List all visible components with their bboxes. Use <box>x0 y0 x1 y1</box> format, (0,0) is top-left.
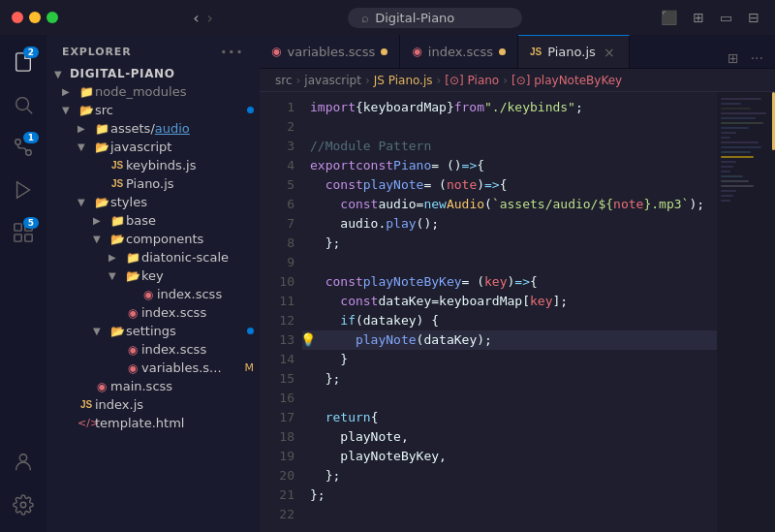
piano-js-close-button[interactable]: × <box>602 45 617 60</box>
tab-bar: ◉ variables.scss ◉ index.scss JS Piano.j… <box>260 35 775 69</box>
search-bar[interactable]: ⌕ Digital-Piano <box>348 8 522 28</box>
tab-index-scss[interactable]: ◉ index.scss <box>400 35 518 68</box>
code-editor: 12345 678910 1112131415 1617181920 2122 … <box>260 92 775 532</box>
breadcrumb-src: src <box>275 74 293 87</box>
code-line-8: }; <box>302 234 717 253</box>
activity-bar-bottom <box>4 443 43 524</box>
sidebar-item-key-index[interactable]: ◉ index.scss <box>46 285 260 303</box>
titlebar-actions: ⬛ ⊞ ▭ ⊟ <box>657 8 763 27</box>
lightbulb-icon[interactable]: 💡 <box>302 330 316 350</box>
svg-point-3 <box>16 140 21 145</box>
variables-scss-icon: ◉ <box>124 361 141 375</box>
sidebar-item-main-scss[interactable]: ◉ main.scss <box>46 377 260 395</box>
root-arrow-icon: ▼ <box>54 69 70 79</box>
code-line-19: playNoteByKey, <box>302 447 717 466</box>
code-line-10: const playNoteByKey = (key) => { <box>302 272 717 292</box>
keybinds-js-icon: JS <box>108 160 126 171</box>
index-js-icon: JS <box>78 399 95 410</box>
nav-controls[interactable]: ‹ › <box>193 9 213 27</box>
window-controls[interactable] <box>12 12 58 23</box>
code-line-21: }; <box>302 485 717 505</box>
components-label: components <box>126 232 260 246</box>
sidebar-toggle-icon[interactable]: ⬛ <box>657 8 681 27</box>
code-line-20: }; <box>302 466 717 485</box>
sidebar-item-components[interactable]: ▼ 📂 components <box>46 230 260 248</box>
piano-js-tab-label: Piano.js <box>547 45 596 59</box>
sidebar-item-keybinds[interactable]: JS keybinds.js <box>46 156 260 174</box>
javascript-folder-icon: 📂 <box>93 141 110 154</box>
styles-label: styles <box>110 195 260 209</box>
code-line-15: }; <box>302 369 717 389</box>
sidebar-item-node-modules[interactable]: ▶ 📁 node_modules <box>46 82 260 101</box>
account-activity-icon[interactable] <box>4 443 43 482</box>
root-label: DIGITAL-PIANO <box>70 67 260 80</box>
close-button[interactable] <box>12 12 23 23</box>
search-activity-icon[interactable] <box>4 85 43 124</box>
code-line-3: //Module Pattern <box>302 137 717 156</box>
sidebar-item-index-scss-2[interactable]: ◉ index.scss <box>46 303 260 322</box>
minimap-content <box>717 92 775 207</box>
tab-bar-more-button[interactable]: ··· <box>747 48 767 68</box>
svg-rect-7 <box>15 235 21 241</box>
nav-forward-button[interactable]: › <box>207 9 213 27</box>
layout-icon[interactable]: ⊟ <box>744 8 763 27</box>
keybinds-label: keybinds.js <box>126 158 260 172</box>
run-activity-icon[interactable] <box>4 171 43 209</box>
code-line-14: } <box>302 350 717 369</box>
maximize-button[interactable] <box>46 12 58 23</box>
titlebar: ‹ › ⌕ Digital-Piano ⬛ ⊞ ▭ ⊟ <box>0 0 775 35</box>
svg-marker-4 <box>17 182 30 199</box>
settings-index-label: index.scss <box>141 342 260 357</box>
sidebar-item-base[interactable]: ▶ 📁 base <box>46 211 260 230</box>
assets-arrow: ▶ <box>78 123 93 134</box>
diatonic-label: diatonic-scale <box>141 250 260 265</box>
sidebar-item-piano[interactable]: JS Piano.js <box>46 174 260 193</box>
sidebar-item-settings-index[interactable]: ◉ index.scss <box>46 340 260 359</box>
template-html-icon: </> <box>78 417 95 429</box>
base-arrow: ▶ <box>93 215 108 226</box>
code-line-5: const playNote = (note) => { <box>302 175 717 195</box>
src-label: src <box>95 103 247 117</box>
sidebar-item-key[interactable]: ▼ 📂 key <box>46 266 260 285</box>
sidebar-item-variables-scss[interactable]: ◉ variables.s... M <box>46 359 260 377</box>
sidebar-item-assets[interactable]: ▶ 📁 assets/audio <box>46 119 260 138</box>
editor-area: ◉ variables.scss ◉ index.scss JS Piano.j… <box>260 35 775 532</box>
breadcrumb-sep-4: › <box>503 74 508 87</box>
sidebar-item-template-html[interactable]: </> template.html <box>46 414 260 432</box>
sidebar-item-src[interactable]: ▼ 📂 src <box>46 101 260 119</box>
minimize-button[interactable] <box>29 12 41 23</box>
nav-back-button[interactable]: ‹ <box>193 9 199 27</box>
variables-modified-badge: M <box>245 361 255 374</box>
split-editor-button[interactable]: ⊞ <box>724 48 743 68</box>
extensions-activity-icon[interactable]: 5 <box>4 213 43 252</box>
minimap[interactable] <box>717 92 775 532</box>
code-line-13: 💡 playNote(dataKey); <box>302 330 717 350</box>
sidebar-item-index-js[interactable]: JS index.js <box>46 395 260 414</box>
tab-piano-js[interactable]: JS Piano.js × <box>518 35 630 68</box>
sidebar-item-javascript[interactable]: ▼ 📂 javascript <box>46 138 260 156</box>
tab-variables-scss[interactable]: ◉ variables.scss <box>260 35 400 68</box>
sidebar-item-root[interactable]: ▼ DIGITAL-PIANO <box>46 65 260 82</box>
code-content[interactable]: import { keyboardMap } from "./keybinds"… <box>302 92 717 532</box>
split-editor-icon[interactable]: ⊞ <box>689 8 708 27</box>
source-control-activity-icon[interactable]: 1 <box>4 128 43 167</box>
code-line-12: if (datakey) { <box>302 311 717 330</box>
breadcrumb-sep-3: › <box>437 74 442 87</box>
sidebar-item-styles[interactable]: ▼ 📂 styles <box>46 193 260 211</box>
sidebar-item-diatonic[interactable]: ▶ 📁 diatonic-scale <box>46 248 260 266</box>
code-line-9 <box>302 253 717 272</box>
sidebar-more-button[interactable]: ··· <box>221 43 244 61</box>
code-line-2 <box>302 117 717 137</box>
svg-rect-8 <box>25 235 32 241</box>
key-arrow: ▼ <box>108 270 124 281</box>
index-scss-tab-label: index.scss <box>428 45 493 59</box>
index-scss-2-label: index.scss <box>141 305 260 320</box>
svg-line-1 <box>27 109 32 113</box>
code-line-22 <box>302 505 717 524</box>
settings-activity-icon[interactable] <box>4 485 43 524</box>
svg-point-10 <box>20 502 26 508</box>
sidebar-item-settings[interactable]: ▼ 📂 settings <box>46 322 260 340</box>
code-line-16 <box>302 389 717 408</box>
panel-toggle-icon[interactable]: ▭ <box>716 8 736 27</box>
files-activity-icon[interactable]: 2 <box>4 43 43 81</box>
